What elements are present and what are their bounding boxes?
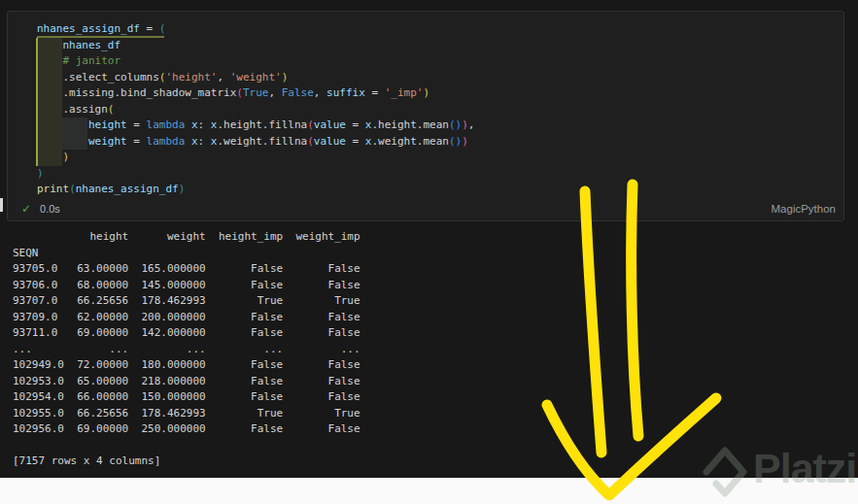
code-cell[interactable]: nhanes_assign_df = ( nhanes_df # janitor…: [7, 11, 844, 221]
code-token: [185, 118, 191, 131]
cell-status-bar: ✓ 0.0s MagicPython: [8, 197, 843, 220]
platzi-watermark: Platzi: [702, 443, 858, 501]
code-token: False: [282, 86, 314, 99]
code-line: nhanes_df: [37, 38, 836, 54]
code-token: ,: [268, 86, 281, 99]
code-token: [185, 135, 191, 148]
code-token: ): [462, 135, 468, 148]
code-token: lambda: [147, 118, 186, 131]
code-token: ): [462, 118, 468, 131]
code-token: .weight.mean: [371, 135, 448, 148]
code-token: [37, 54, 63, 67]
code-line: print(nhanes_assign_df): [37, 182, 836, 198]
code-token: (: [307, 118, 314, 131]
code-line: .assign(: [37, 102, 836, 118]
arrow-shaft-left: [585, 191, 601, 453]
code-token: ): [37, 167, 44, 180]
code-token: suffix: [326, 86, 365, 99]
code-token: height: [88, 118, 127, 131]
code-line: height = lambda x: x.height.fillna(value…: [37, 118, 836, 134]
code-token: .weight.fillna: [217, 135, 307, 148]
platzi-text: Platzi: [753, 445, 856, 492]
code-token: [37, 103, 63, 116]
language-mode-indicator[interactable]: MagicPython: [772, 203, 836, 215]
code-token: (: [159, 22, 166, 35]
code-token: value: [314, 135, 346, 148]
code-token: True: [243, 86, 269, 99]
execution-duration: 0.0s: [40, 203, 60, 215]
code-token: x: [191, 118, 198, 131]
code-token: ): [282, 71, 289, 84]
code-token: ,: [314, 86, 326, 99]
code-line: ): [37, 150, 836, 166]
code-token: lambda: [147, 135, 186, 148]
code-token: x: [191, 135, 198, 148]
code-token: nhanes_df: [63, 39, 121, 51]
code-token: nhanes_assign_df: [37, 22, 140, 35]
notebook-page: { "palette": { "variable": "#9CDCFE", "p…: [0, 0, 858, 504]
code-token: :: [198, 135, 211, 148]
code-token: =: [346, 135, 365, 148]
code-token: [37, 86, 63, 99]
code-token: =: [127, 135, 147, 148]
code-token: =: [140, 22, 159, 35]
arrow-shaft-right: [632, 185, 638, 436]
code-token: (: [307, 135, 314, 148]
code-token: ): [63, 151, 70, 163]
code-token: .height.fillna: [217, 118, 307, 131]
code-line: ): [37, 166, 836, 183]
code-token: 'height': [165, 71, 217, 84]
code-token: [37, 39, 63, 51]
code-token: nhanes_assign_df: [76, 183, 179, 195]
code-editor[interactable]: nhanes_assign_df = ( nhanes_df # janitor…: [37, 21, 836, 195]
code-token: =: [346, 118, 365, 131]
success-check-icon: ✓: [21, 202, 31, 216]
code-token: :: [198, 118, 211, 131]
code-token: [37, 71, 63, 84]
code-token: .missing.bind_shadow_matrix: [63, 86, 237, 99]
code-token: (: [449, 135, 456, 148]
code-token: ,: [217, 71, 229, 84]
code-token: (: [236, 86, 243, 99]
code-line: # janitor: [37, 53, 836, 70]
code-token: ,: [468, 118, 475, 131]
code-token: ): [423, 86, 429, 99]
code-line: weight = lambda x: x.weight.fillna(value…: [37, 134, 836, 151]
code-token: [37, 151, 63, 163]
dataframe-output: height weight height_imp weight_imp SEQN…: [13, 229, 360, 470]
code-token: =: [365, 86, 385, 99]
cell-focus-indicator: [0, 198, 3, 212]
code-token: (: [69, 183, 76, 195]
code-line: .missing.bind_shadow_matrix(True, False,…: [37, 85, 836, 102]
code-token: [37, 135, 88, 148]
code-line: nhanes_assign_df = (: [37, 21, 836, 38]
code-token: .select_columns: [63, 71, 159, 84]
code-token: 'weight': [230, 71, 282, 84]
code-line: .select_columns('height', 'weight'): [37, 70, 836, 86]
code-token: ): [179, 183, 186, 195]
code-token: [37, 118, 88, 131]
code-token: weight: [88, 135, 127, 148]
code-token: .height.mean: [371, 118, 448, 131]
code-token: .assign: [63, 103, 108, 116]
code-token: # janitor: [63, 54, 121, 67]
code-token: value: [314, 118, 346, 131]
code-token: (: [449, 118, 456, 131]
code-token: (: [108, 103, 115, 116]
code-token: print: [37, 183, 69, 195]
code-token: =: [127, 118, 147, 131]
code-token: '_imp': [385, 86, 424, 99]
platzi-logo-icon: [702, 445, 750, 499]
